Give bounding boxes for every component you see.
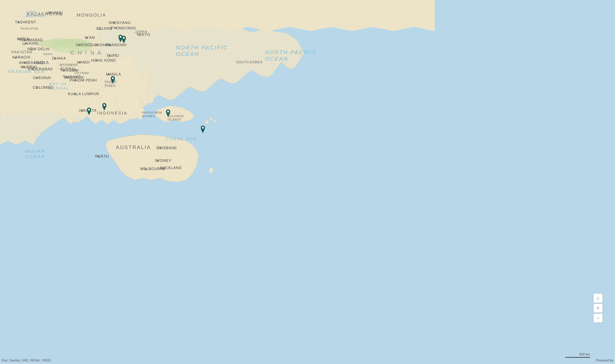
dot-manila bbox=[108, 74, 109, 75]
dot-hyderabad bbox=[32, 68, 34, 70]
dot-melbourne bbox=[145, 168, 147, 170]
dot-sydney bbox=[157, 160, 158, 162]
dot-taipei bbox=[108, 55, 110, 57]
dot-auckland bbox=[163, 167, 165, 169]
dot-jakarta bbox=[81, 110, 83, 112]
dot-karachi bbox=[15, 57, 16, 58]
svg-point-11 bbox=[202, 127, 204, 129]
dot-pyongyang bbox=[115, 27, 117, 29]
dot-new-delhi bbox=[31, 48, 33, 50]
dot-dhaka bbox=[54, 58, 56, 59]
dot-chennai bbox=[36, 77, 37, 79]
dot-urumqi bbox=[49, 12, 51, 14]
dot-phnom-penh bbox=[74, 80, 76, 81]
dot-wuhan bbox=[96, 44, 98, 46]
pin-korea-2[interactable] bbox=[121, 36, 127, 43]
pin-pacific[interactable] bbox=[200, 126, 206, 133]
zoom-in-button[interactable]: + bbox=[593, 304, 602, 313]
svg-point-8 bbox=[104, 104, 105, 106]
dot-kl bbox=[74, 93, 76, 95]
zoom-out-button[interactable]: − bbox=[593, 313, 602, 323]
map-controls: ⌂ + − bbox=[593, 294, 602, 323]
pin-indonesia-lombok[interactable] bbox=[86, 108, 92, 115]
scale-bar: 600 km bbox=[565, 353, 590, 358]
dot-hanoi bbox=[79, 62, 80, 63]
pin-indonesia-java[interactable] bbox=[101, 103, 107, 111]
map-container: KAZAKHSTAN MONGOLIA C H I N A INDIA PAKI… bbox=[0, 0, 615, 364]
dot-tashkent bbox=[18, 22, 19, 23]
dot-bangkok bbox=[67, 77, 68, 78]
svg-point-10 bbox=[167, 111, 169, 113]
pin-philippines[interactable] bbox=[110, 76, 116, 84]
dot-shenyang bbox=[113, 22, 115, 24]
dot-lahore bbox=[25, 43, 26, 44]
dot-yangon bbox=[63, 70, 64, 71]
dot-xian bbox=[86, 37, 88, 39]
dot-hongkong bbox=[95, 60, 97, 62]
svg-point-7 bbox=[112, 78, 114, 79]
dot-beijing bbox=[99, 28, 101, 30]
map-svg bbox=[0, 0, 615, 364]
home-button[interactable]: ⌂ bbox=[593, 294, 602, 303]
dot-kabul bbox=[19, 38, 20, 40]
svg-point-4 bbox=[214, 120, 216, 122]
dot-tokyo bbox=[138, 34, 140, 36]
dot-chengdu bbox=[78, 44, 80, 46]
dot-shanghai bbox=[109, 44, 111, 46]
dot-mumbai bbox=[23, 66, 25, 68]
pin-solomon[interactable] bbox=[165, 109, 171, 117]
scale-line bbox=[565, 357, 590, 358]
scale-label: 600 km bbox=[579, 353, 590, 356]
svg-point-6 bbox=[123, 37, 125, 39]
dot-perth bbox=[97, 156, 99, 157]
attribution: Esri, Garmin, FAO, NOAA, USGS bbox=[2, 359, 51, 362]
dot-islamabad bbox=[24, 39, 26, 41]
powered-by: Powered by bbox=[596, 359, 614, 362]
svg-point-3 bbox=[210, 118, 212, 120]
dot-brisbane bbox=[160, 147, 161, 149]
dot-colombo bbox=[36, 87, 38, 89]
svg-point-9 bbox=[88, 109, 90, 111]
svg-point-2 bbox=[205, 120, 209, 124]
dot-ahmedabad bbox=[24, 62, 25, 64]
